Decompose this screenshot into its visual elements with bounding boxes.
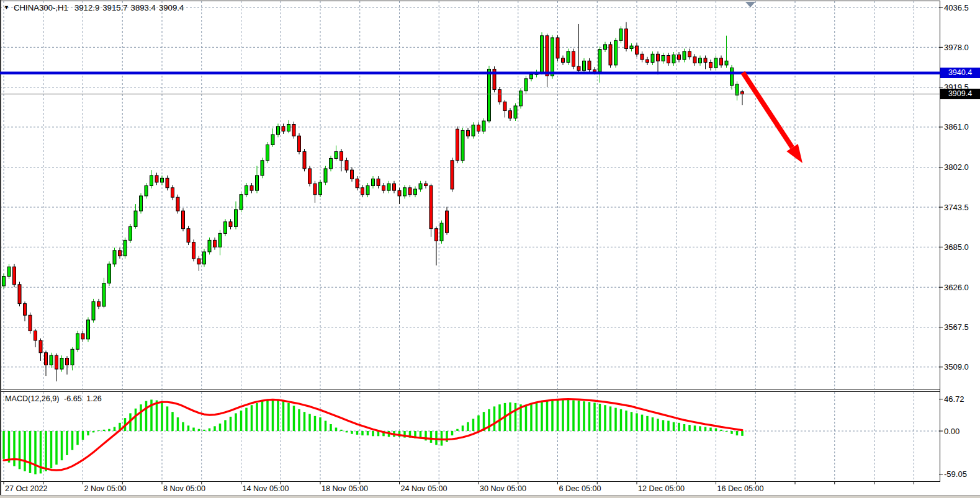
price-tick-label: 4036.5	[944, 3, 969, 12]
ohlc-low-value: 3893.4	[131, 3, 156, 12]
time-tick-label: 16 Dec 05:00	[717, 484, 764, 494]
chart-canvas[interactable]	[0, 0, 980, 498]
price-tick-label: 3626.0	[944, 283, 969, 292]
time-tick-label: 12 Dec 05:00	[638, 484, 685, 494]
time-tick-label: 18 Nov 05:00	[321, 484, 368, 494]
price-tick-label: 3567.5	[944, 322, 969, 332]
window-bottom-edge	[0, 495, 980, 498]
symbol-period-label: CHINA300-,H1	[14, 3, 68, 12]
hline-price-box: 3940.4	[940, 68, 980, 78]
price-tick-label: 3978.0	[944, 43, 969, 52]
macd-signal-value: 1.26	[86, 394, 102, 403]
chart-shift-marker-icon[interactable]	[745, 2, 755, 7]
price-tick-label: 3743.5	[944, 203, 969, 212]
time-tick-label: 24 Nov 05:00	[401, 484, 447, 494]
macd-main-value: -6.65	[64, 394, 82, 403]
time-tick-label: 2 Nov 05:00	[84, 484, 127, 494]
time-tick-label: 27 Oct 2022	[5, 484, 48, 494]
ohlc-close-value: 3909.4	[159, 3, 184, 12]
price-tick-label: 3509.0	[944, 362, 969, 371]
chart-title: ▼CHINA300-,H13912.93915.73893.43909.4	[4, 3, 187, 12]
macd-tick-label: 0.00	[944, 427, 960, 436]
macd-tick-label: -59.05	[944, 469, 967, 479]
time-tick-label: 6 Dec 05:00	[559, 484, 601, 494]
price-tick-label: 3802.0	[944, 162, 969, 172]
ohlc-high-value: 3915.7	[102, 3, 127, 12]
macd-tick-label: 46.72	[944, 394, 964, 404]
time-tick-label: 8 Nov 05:00	[163, 484, 205, 494]
ohlc-open-value: 3912.9	[74, 3, 99, 12]
time-tick-label: 30 Nov 05:00	[480, 484, 526, 494]
symbol-dropdown-icon[interactable]: ▼	[4, 4, 9, 11]
price-tick-label: 3685.0	[944, 242, 969, 252]
macd-name: MACD(12,26,9)	[5, 394, 60, 403]
macd-histogram	[2, 399, 744, 474]
sell-arrow-annotation[interactable]	[743, 73, 802, 163]
price-tick-label: 3861.0	[944, 122, 969, 131]
time-tick-label: 14 Nov 05:00	[243, 484, 289, 494]
last-price-box: 3909.4	[940, 89, 980, 99]
trading-chart-window: ▼CHINA300-,H13912.93915.73893.43909.4 MA…	[0, 0, 980, 498]
macd-indicator-label: MACD(12,26,9) -6.65 1.26	[5, 394, 104, 403]
